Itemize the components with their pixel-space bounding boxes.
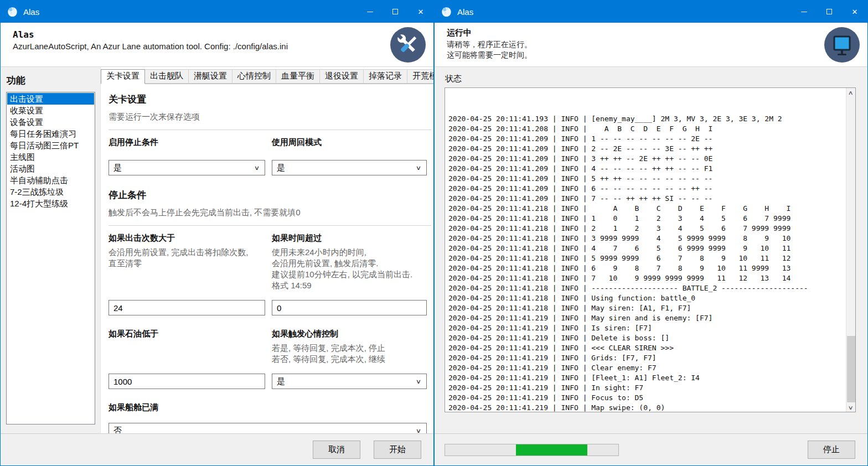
log-line: 2020-04-25 20:11:41.219 | INFO | [Fleet_…: [448, 373, 846, 383]
tab[interactable]: 出击舰队: [144, 69, 189, 84]
scrollbar-thumb[interactable]: [847, 336, 855, 402]
if-count-desc: 会沿用先前设置, 完成出击将扣除次数,直至清零: [108, 247, 265, 269]
log-line: 2020-04-25 20:11:41.218 | INFO | 3 9999 …: [448, 234, 846, 244]
desc-line: 会沿用先前设置, 完成出击将扣除次数,: [108, 247, 265, 258]
function-list[interactable]: 出击设置收菜设置设备设置每日任务困难演习每日活动图三倍PT主线图活动图半自动辅助…: [6, 92, 95, 424]
if-dock-full-select[interactable]: 否: [108, 423, 427, 433]
progress-fill: [516, 444, 587, 455]
tab[interactable]: 关卡设置: [101, 69, 145, 84]
divider: [108, 225, 431, 226]
log-line: 2020-04-25 20:11:41.209 | INFO | 4 -- --…: [448, 164, 846, 174]
alas-logo-icon: [441, 6, 452, 18]
function-list-item[interactable]: 每日任务困难演习: [7, 128, 94, 139]
chevron-down-icon: [254, 164, 260, 172]
if-count-input[interactable]: [108, 300, 265, 315]
minimize-icon: [801, 12, 807, 12]
maximize-button[interactable]: [817, 1, 842, 23]
log-line: 2020-04-25 20:11:41.209 | INFO | 1 -- --…: [448, 134, 846, 144]
log-line: 2020-04-25 20:11:41.218 | INFO | 6 9 8 7…: [448, 263, 846, 273]
stop-condition-heading: 停止条件 触发后不会马上停止会先完成当前出击, 不需要就填0: [108, 189, 431, 218]
form-subtitle: 需要运行一次来保存选项: [108, 111, 431, 122]
if-oil-input[interactable]: [108, 374, 265, 389]
running-footer: 停止: [435, 433, 867, 465]
enable-stop-select[interactable]: 是: [108, 160, 265, 175]
running-line2: 这可能将需要一定时间。: [447, 50, 856, 60]
start-button[interactable]: 开始: [374, 441, 421, 459]
close-button[interactable]: ✕: [842, 1, 867, 23]
desc-line: 建议提前10分钟左右, 以完成当前出击.: [272, 269, 427, 280]
app-title: Alas: [13, 29, 422, 40]
if-emotion-select[interactable]: 是: [272, 374, 427, 389]
log-line: 2020-04-25 20:11:41.218 | INFO | 2 1 2 3…: [448, 224, 846, 234]
function-list-item[interactable]: 活动图: [7, 163, 94, 174]
log-line: 2020-04-25 20:11:41.218 | INFO | A B C D…: [448, 204, 846, 214]
function-list-item[interactable]: 收菜设置: [7, 105, 94, 116]
maximize-icon: [826, 9, 832, 14]
if-oil-label: 如果石油低于: [108, 329, 265, 339]
function-list-item[interactable]: 主线图: [7, 151, 94, 163]
alas-running-window: Alas ✕ 运行中 请稍等，程序正在运行。 这可能将需要一定时间。 状态: [434, 0, 868, 466]
chevron-down-icon: [416, 378, 421, 385]
close-icon: ✕: [418, 8, 424, 15]
alas-logo-icon: [7, 6, 18, 18]
stop-toggle-section: 启用停止条件 使用周回模式 是 是: [108, 137, 431, 175]
if-emotion-desc: 若是, 等待回复, 完成本次, 停止若否, 等待回复, 完成本次, 继续: [272, 343, 427, 365]
function-list-item[interactable]: 每日活动图三倍PT: [7, 139, 94, 151]
tab-bar: 关卡设置出击舰队潜艇设置心情控制血量平衡退役设置掉落记录开荒模式: [101, 69, 433, 84]
tab[interactable]: 心情控制: [232, 69, 276, 84]
chevron-down-icon: [416, 427, 421, 434]
titlebar-right[interactable]: Alas ✕: [435, 1, 867, 23]
running-title: 运行中: [447, 28, 856, 38]
if-emotion-label: 如果触发心情控制: [272, 329, 427, 339]
loop-mode-value: 是: [277, 163, 285, 173]
log-line: 2020-04-25 20:11:41.209 | INFO | 7 -- --…: [448, 194, 846, 204]
close-button[interactable]: ✕: [408, 1, 433, 23]
stop-condition-title: 停止条件: [108, 189, 431, 201]
function-list-item[interactable]: 7-2三战拣垃圾: [7, 186, 94, 198]
if-dock-full-value: 否: [113, 426, 122, 434]
tab[interactable]: 掉落记录: [363, 69, 407, 84]
count-time-section: 如果出击次数大于 如果时间超过 会沿用先前设置, 完成出击将扣除次数,直至清零 …: [108, 233, 431, 315]
tab[interactable]: 潜艇设置: [188, 69, 232, 84]
settings-body: 功能 出击设置收菜设置设备设置每日任务困难演习每日活动图三倍PT主线图活动图半自…: [1, 67, 433, 433]
log-line: 2020-04-25 20:11:41.219 | INFO | <<< CLE…: [448, 343, 846, 353]
app-header-left: Alas AzurLaneAutoScript, An Azur Lane au…: [1, 23, 433, 67]
tab[interactable]: 退役设置: [319, 69, 364, 84]
scroll-up-icon[interactable]: ∧: [848, 88, 854, 97]
if-dock-full-label: 如果船舱已满: [108, 402, 265, 413]
chevron-down-icon: [416, 164, 421, 172]
log-line: 2020-04-25 20:11:41.218 | INFO | 1 0 1 2…: [448, 214, 846, 224]
log-line: 2020-04-25 20:11:41.219 | INFO | Clear e…: [448, 363, 846, 373]
if-time-input[interactable]: [272, 300, 427, 315]
maximize-button[interactable]: [383, 1, 408, 23]
window-title: Alas: [23, 7, 39, 17]
titlebar-left[interactable]: Alas ✕: [1, 1, 433, 23]
monitor-icon: [824, 27, 860, 65]
function-list-item[interactable]: 12-4打大型练级: [7, 198, 94, 209]
log-line: 2020-04-25 20:11:41.219 | INFO | May sir…: [448, 313, 846, 323]
log-scrollbar[interactable]: ∧ ∨: [846, 88, 855, 412]
minimize-button[interactable]: [791, 1, 817, 23]
function-list-item[interactable]: 设备设置: [7, 116, 94, 128]
loop-mode-select[interactable]: 是: [272, 160, 427, 175]
desc-line: 会沿用先前设置, 触发后清零.: [272, 258, 427, 269]
if-emotion-value: 是: [277, 376, 285, 387]
log-line: 2020-04-25 20:11:41.209 | INFO | 2 -- 2E…: [448, 144, 846, 154]
log-line: 2020-04-25 20:11:41.209 | INFO | 5 ++ ++…: [448, 174, 846, 184]
loop-mode-label: 使用周回模式: [272, 137, 427, 148]
function-list-item[interactable]: 半自动辅助点击: [7, 174, 94, 186]
tab[interactable]: 开荒模式: [407, 69, 433, 84]
function-list-item[interactable]: 出击设置: [7, 93, 94, 105]
log-line: 2020-04-25 20:11:41.218 | INFO | 5 9999 …: [448, 253, 846, 263]
minimize-button[interactable]: [357, 1, 383, 23]
enable-stop-label: 启用停止条件: [108, 137, 265, 148]
log-line: 2020-04-25 20:11:41.218 | INFO | 7 10 9 …: [448, 273, 846, 283]
log-line: 2020-04-25 20:11:41.218 | INFO | -------…: [448, 283, 846, 293]
settings-footer: 取消 开始: [1, 433, 433, 465]
tab[interactable]: 血量平衡: [276, 69, 320, 84]
log-line: 2020-04-25 20:11:41.208 | INFO | A B C D…: [448, 124, 846, 134]
stop-button[interactable]: 停止: [808, 441, 855, 459]
scroll-down-icon[interactable]: ∨: [848, 403, 854, 412]
caption-buttons-left: ✕: [357, 1, 433, 23]
cancel-button[interactable]: 取消: [313, 441, 360, 459]
